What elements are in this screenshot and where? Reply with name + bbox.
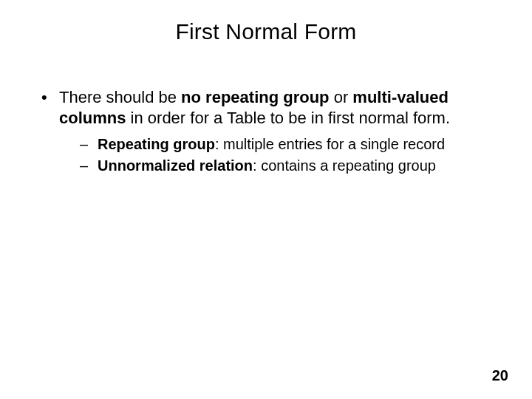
sub-bullet-item: Unnormalized relation: contains a repeat… [80,156,492,176]
slide-content: There should be no repeating group or mu… [40,87,492,180]
text-run: : multiple entries for a single record [215,136,445,152]
bold-text: no repeating group [181,88,329,106]
text-run: : contains a repeating group [253,157,436,174]
sub-bullet-list: Repeating group: multiple entries for a … [59,134,492,176]
slide: First Normal Form There should be no rep… [0,0,532,399]
text-run: in order for a Table to be in first norm… [126,109,450,127]
text-run: There should be [59,88,181,106]
bold-text: Repeating group [98,136,215,152]
bullet-list: There should be no repeating group or mu… [40,87,492,176]
slide-title: First Normal Form [0,19,532,44]
page-number: 20 [492,367,508,384]
sub-bullet-item: Repeating group: multiple entries for a … [80,134,492,154]
bold-text: Unnormalized relation [98,157,253,174]
bullet-item: There should be no repeating group or mu… [40,87,492,176]
text-run: or [330,88,353,106]
